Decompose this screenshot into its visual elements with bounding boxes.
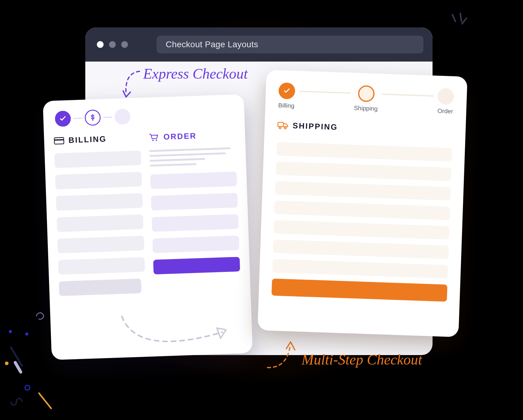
svg-rect-4 [278, 122, 283, 127]
placeholder-field[interactable] [275, 181, 451, 201]
multistep-step-shipping-label: Shipping [354, 105, 378, 112]
decorative-squiggles [0, 296, 79, 418]
express-order-column: ORDER [149, 130, 241, 300]
express-billing-title: BILLING [68, 134, 107, 145]
placeholder-field[interactable] [152, 214, 239, 232]
svg-point-5 [279, 127, 281, 129]
svg-rect-0 [54, 137, 64, 144]
annotation-express: Express Checkout [143, 65, 248, 82]
express-step-connector [103, 116, 112, 118]
express-step-payment[interactable] [84, 109, 101, 126]
svg-point-8 [25, 333, 28, 336]
express-order-title: ORDER [163, 131, 197, 142]
placeholder-field[interactable] [57, 236, 144, 253]
svg-rect-10 [13, 361, 23, 374]
arrow-swoop-icon [119, 311, 235, 363]
express-billing-column: BILLING [54, 133, 146, 303]
svg-point-7 [9, 330, 12, 333]
traffic-dot-close[interactable] [97, 41, 104, 48]
browser-address-bar[interactable]: Checkout Page Layouts [157, 36, 423, 53]
multistep-section-title: SHIPPING [292, 121, 338, 132]
traffic-lights [97, 41, 128, 48]
placeholder-field[interactable] [276, 162, 451, 181]
check-icon [59, 115, 67, 123]
multistep-connector [382, 93, 434, 96]
decorative-sparkle [447, 12, 471, 37]
placeholder-field[interactable] [151, 193, 238, 211]
svg-point-13 [5, 361, 9, 365]
placeholder-field[interactable] [150, 172, 237, 189]
svg-rect-1 [54, 139, 64, 141]
traffic-dot-zoom[interactable] [121, 41, 128, 48]
express-step-indicator [55, 105, 235, 127]
placeholder-line [149, 147, 231, 152]
placeholder-field[interactable] [54, 151, 141, 168]
express-step-connector [73, 118, 82, 119]
placeholder-field[interactable] [56, 193, 143, 211]
arrow-multistep-icon [265, 338, 305, 371]
multistep-step-billing-label: Billing [278, 102, 295, 109]
multistep-step-order[interactable] [437, 88, 454, 105]
truck-icon [277, 121, 288, 130]
svg-point-3 [156, 139, 157, 141]
express-step-done[interactable] [55, 111, 71, 127]
annotation-multistep: Multi-Step Checkout [302, 351, 422, 368]
placeholder-line [150, 163, 196, 166]
cart-icon [149, 133, 159, 142]
multistep-stepper: Billing Shipping Order [278, 82, 454, 115]
svg-line-12 [39, 393, 51, 408]
dollar-icon [89, 114, 97, 122]
placeholder-field[interactable] [152, 236, 239, 253]
placeholder-field[interactable] [55, 172, 142, 190]
multistep-step-order-label: Order [437, 107, 453, 115]
placeholder-field[interactable] [274, 220, 449, 240]
express-step-future[interactable] [114, 109, 131, 125]
multistep-submit-button[interactable] [271, 279, 447, 302]
express-submit-button[interactable] [153, 257, 240, 275]
placeholder-line [150, 152, 226, 157]
browser-titlebar: Checkout Page Layouts [85, 27, 433, 62]
placeholder-field[interactable] [57, 215, 144, 232]
traffic-dot-minimize[interactable] [109, 41, 116, 48]
multistep-connector [299, 91, 351, 94]
placeholder-line [150, 158, 205, 162]
placeholder-field[interactable] [58, 257, 145, 275]
placeholder-field[interactable] [272, 259, 448, 279]
multistep-checkout-card: Billing Shipping Order SHIPPING [257, 70, 467, 337]
check-icon [283, 87, 291, 95]
placeholder-field[interactable] [274, 201, 450, 220]
svg-point-6 [284, 127, 286, 129]
multistep-step-shipping[interactable] [358, 85, 375, 102]
placeholder-field[interactable] [273, 240, 449, 259]
svg-point-11 [25, 385, 30, 390]
multistep-step-billing[interactable] [278, 82, 295, 99]
credit-card-icon [54, 136, 64, 145]
placeholder-field[interactable] [59, 279, 141, 296]
svg-point-2 [152, 140, 154, 141]
